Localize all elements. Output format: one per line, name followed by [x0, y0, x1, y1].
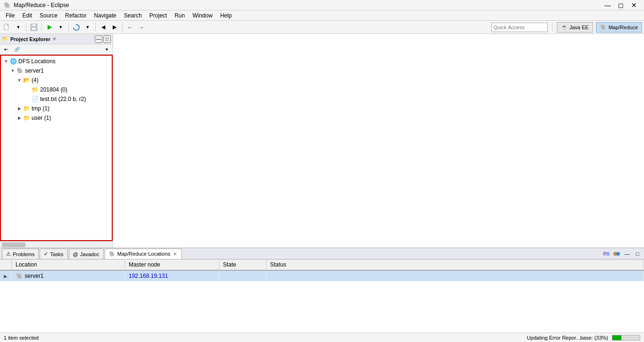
- tab-problems[interactable]: ⚠ Problems: [2, 249, 39, 259]
- minimize-panel-button[interactable]: —: [95, 35, 102, 43]
- panel-header-left: 📁 Project Explorer ✕: [2, 36, 56, 42]
- restore-button[interactable]: ◻: [615, 1, 627, 9]
- tree-item-server1[interactable]: ▼ 🐘 server1: [1, 66, 112, 75]
- edit-location-button[interactable]: [612, 250, 621, 258]
- menu-help[interactable]: Help: [216, 11, 236, 20]
- expand-arrow[interactable]: ▶: [16, 115, 23, 121]
- project-explorer-panel: 📁 Project Explorer ✕ — □ ⇤ 🔗 ▾ ▼: [0, 34, 113, 248]
- tab-close-button[interactable]: ✕: [172, 251, 178, 257]
- map-reduce-tab-icon: 🐘: [109, 251, 116, 257]
- minimize-button[interactable]: —: [602, 1, 614, 9]
- col-header-state[interactable]: State: [219, 259, 266, 270]
- tasks-icon: ✓: [44, 251, 48, 257]
- prev-edit-button[interactable]: ◀: [98, 22, 108, 33]
- run-button[interactable]: [44, 22, 55, 33]
- title-text: Map/Reduce - Eclipse: [14, 2, 602, 8]
- maximize-panel-button[interactable]: □: [103, 35, 111, 43]
- menu-source[interactable]: Source: [36, 11, 61, 20]
- back-button[interactable]: ←: [125, 22, 135, 33]
- new-location-button[interactable]: H: [602, 250, 611, 258]
- row-status-cell: [266, 270, 644, 281]
- toolbar-sep-1: [26, 23, 26, 32]
- expand-arrow[interactable]: ▶: [16, 105, 23, 112]
- menu-project[interactable]: Project: [146, 11, 171, 20]
- main-layout: 📁 Project Explorer ✕ — □ ⇤ 🔗 ▾ ▼: [0, 34, 644, 333]
- new-button[interactable]: [2, 22, 12, 33]
- link-with-editor-button[interactable]: 🔗: [12, 44, 22, 55]
- row-location-cell: 🐘 server1: [12, 270, 125, 281]
- editor-area: [113, 34, 644, 248]
- run-dropdown-button[interactable]: ▾: [56, 22, 66, 33]
- tree-item-tmp[interactable]: ▶ 📁 tmp (1): [1, 104, 112, 113]
- row-master-cell: 192.168.19.131: [125, 270, 219, 281]
- collapse-all-button[interactable]: ⇤: [1, 44, 11, 55]
- view-menu-button[interactable]: ▾: [101, 44, 112, 55]
- save-button[interactable]: [29, 22, 39, 33]
- col-header-location[interactable]: Location: [12, 259, 125, 270]
- server-elephant-icon: 🐘: [16, 272, 23, 280]
- new-dropdown-button[interactable]: ▾: [13, 22, 24, 33]
- quick-access-input[interactable]: [491, 23, 548, 32]
- horizontal-scrollbar[interactable]: [0, 241, 113, 248]
- menu-window[interactable]: Window: [189, 11, 216, 20]
- menu-search[interactable]: Search: [120, 11, 146, 20]
- menu-file[interactable]: File: [2, 11, 18, 20]
- refresh-button[interactable]: [71, 22, 82, 33]
- toolbar-sep-4: [95, 23, 96, 32]
- content-area: 📁 Project Explorer ✕ — □ ⇤ 🔗 ▾ ▼: [0, 34, 644, 248]
- java-ee-icon: ☕: [561, 24, 568, 30]
- progress-bar: [612, 335, 640, 341]
- menu-edit[interactable]: Edit: [18, 11, 36, 20]
- scrollbar-thumb[interactable]: [2, 242, 25, 247]
- tab-map-reduce-locations[interactable]: 🐘 Map/Reduce Locations ✕: [105, 249, 182, 259]
- minimize-bottom-button[interactable]: —: [622, 250, 632, 258]
- folder-user-icon: 📁: [23, 114, 30, 122]
- statusbar-right: Updating Error Repor...base: (33%): [527, 335, 640, 341]
- tree-item-user[interactable]: ▶ 📁 user (1): [1, 113, 112, 123]
- dfs-locations-icon: 🌐: [9, 58, 17, 65]
- menu-run[interactable]: Run: [171, 11, 189, 20]
- next-edit-button[interactable]: ▶: [109, 22, 120, 33]
- row-expand-icon[interactable]: ▶: [4, 274, 8, 279]
- window-controls: — ◻ ✕: [602, 1, 640, 9]
- menu-navigate[interactable]: Navigate: [90, 11, 120, 20]
- folder-201804-label: 201804 (0): [40, 86, 67, 93]
- tasks-label: Tasks: [50, 251, 63, 257]
- no-expand: [25, 96, 31, 102]
- menubar: File Edit Source Refactor Navigate Searc…: [0, 10, 644, 21]
- refresh-dropdown-button[interactable]: ▾: [83, 22, 93, 33]
- quick-access-area: ☕ Java EE 🐘 Map/Reduce: [491, 22, 642, 33]
- col-header-master-node[interactable]: Master node: [125, 259, 219, 270]
- forward-button[interactable]: →: [136, 22, 147, 33]
- tree-item-test-txt[interactable]: 📄 test.txt (22.0 b, r2): [1, 94, 112, 104]
- server1-label: server1: [25, 67, 44, 74]
- expand-arrow[interactable]: ▼: [3, 58, 9, 65]
- project-explorer-header: 📁 Project Explorer ✕ — □: [0, 34, 113, 44]
- row-expand-cell[interactable]: ▶: [0, 270, 12, 281]
- progress-bar-fill: [612, 335, 621, 340]
- toolbar-sep-2: [41, 23, 42, 32]
- row-state-cell: [219, 270, 266, 281]
- maximize-bottom-button[interactable]: □: [633, 250, 642, 258]
- table-row[interactable]: ▶ 🐘 server1 192.168.19.131: [0, 270, 644, 281]
- tab-tasks[interactable]: ✓ Tasks: [40, 249, 67, 259]
- tree-item-dfs-locations[interactable]: ▼ 🌐 DFS Locations: [1, 57, 112, 66]
- expand-arrow[interactable]: ▼: [16, 77, 23, 83]
- locations-table: Location Master node State Status ▶ 🐘 se…: [0, 259, 644, 281]
- folder-tmp-label: tmp (1): [32, 105, 50, 112]
- folder-tmp-icon: 📁: [23, 105, 30, 112]
- bottom-panel-header: ⚠ Problems ✓ Tasks @ Javadoc 🐘 Map/Reduc…: [0, 248, 644, 259]
- folder-201804-icon: 📁: [31, 86, 39, 93]
- tree-item-folder-4[interactable]: ▼ 📂 (4): [1, 75, 112, 85]
- menu-refactor[interactable]: Refactor: [61, 11, 90, 20]
- perspective-map-reduce[interactable]: 🐘 Map/Reduce: [596, 22, 642, 33]
- toolbar: ▾ ▾ ▾ ◀ ▶ ← → ☕ Java EE 🐘 Map/Reduce: [0, 21, 644, 34]
- perspective-java-ee[interactable]: ☕ Java EE: [557, 22, 593, 33]
- close-button[interactable]: ✕: [628, 1, 640, 9]
- col-header-status[interactable]: Status: [266, 259, 644, 270]
- locations-table-container: Location Master node State Status ▶ 🐘 se…: [0, 259, 644, 333]
- close-marker: ✕: [52, 36, 56, 42]
- tree-item-201804[interactable]: 📁 201804 (0): [1, 85, 112, 94]
- tab-javadoc[interactable]: @ Javadoc: [69, 249, 104, 259]
- expand-arrow[interactable]: ▼: [9, 67, 16, 74]
